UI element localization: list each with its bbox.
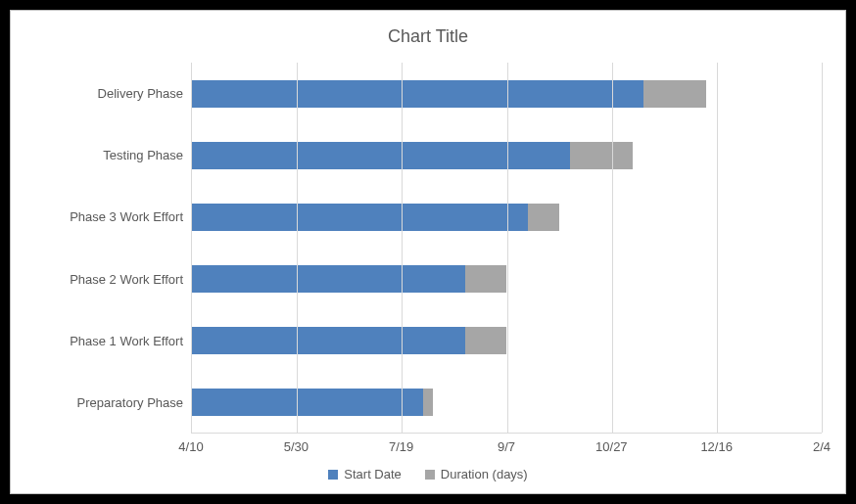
gridline [717,63,718,433]
bar-segment-start-date [192,265,465,293]
bar-segment-start-date [192,327,465,354]
y-axis-label: Preparatory Phase [34,396,183,409]
y-axis-label: Phase 1 Work Effort [34,335,183,347]
y-axis: Delivery PhaseTesting PhasePhase 3 Work … [34,63,191,434]
bar-segment-duration [465,265,507,293]
bar-segment-duration [570,142,633,169]
gridline [297,63,298,433]
plot-container: Delivery PhaseTesting PhasePhase 3 Work … [34,63,822,434]
gridline [612,63,613,433]
y-axis-label: Phase 3 Work Effort [34,210,183,223]
chart-panel: Chart Title Delivery PhaseTesting PhaseP… [10,10,846,494]
x-axis: 4/105/307/199/710/2712/162/4 [191,434,822,461]
gridline [402,63,403,433]
bar-segment-start-date [192,204,528,231]
x-axis-label: 10/27 [595,439,628,454]
x-axis-label: 9/7 [498,439,515,454]
x-axis-label: 2/4 [813,439,831,454]
legend-item-duration: Duration (days) [425,467,528,481]
y-axis-label: Delivery Phase [34,87,183,100]
bar-segment-start-date [192,80,643,108]
legend: Start Date Duration (days) [34,467,822,485]
bar-segment-duration [528,204,559,231]
x-axis-label: 12/16 [700,439,733,454]
x-axis-label: 7/19 [389,439,413,454]
legend-swatch-icon [425,470,435,480]
legend-swatch-icon [328,470,338,480]
x-axis-label: 4/10 [178,439,203,454]
bar-segment-start-date [192,142,570,169]
legend-label: Duration (days) [441,467,528,481]
legend-label: Start Date [344,467,402,481]
gridline [507,63,508,433]
bar-segment-duration [643,80,706,108]
gridline [822,63,823,433]
legend-item-start-date: Start Date [328,467,402,481]
y-axis-label: Testing Phase [34,149,183,161]
chart-title: Chart Title [34,26,822,47]
bar-segment-start-date [192,389,423,416]
bar-segment-duration [465,327,507,354]
y-axis-label: Phase 2 Work Effort [34,273,183,286]
plot-area [191,63,822,434]
chart-outer-frame: Chart Title Delivery PhaseTesting PhaseP… [0,0,856,504]
bar-segment-duration [423,389,434,416]
x-axis-label: 5/30 [284,439,309,454]
